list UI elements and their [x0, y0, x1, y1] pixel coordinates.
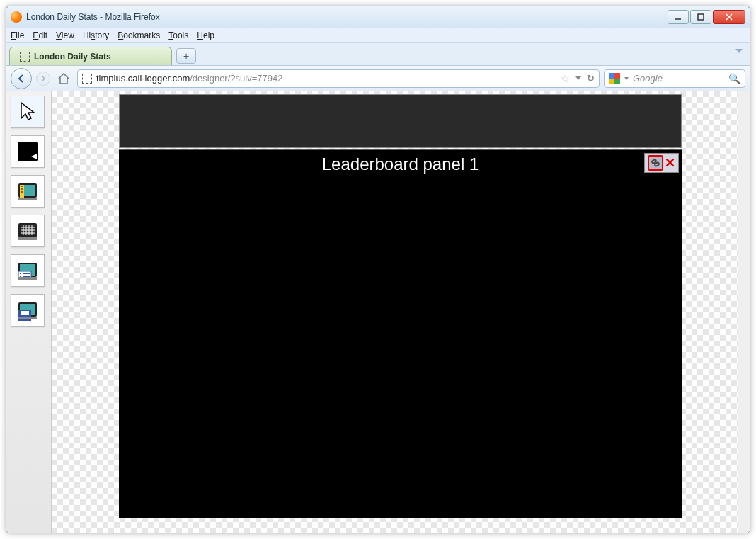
menu-history[interactable]: History [83, 30, 109, 40]
url-dropdown-icon[interactable] [575, 76, 581, 80]
tabs-dropdown-icon[interactable] [735, 49, 743, 53]
tabstrip: London Daily Stats + [6, 43, 750, 66]
svg-rect-30 [18, 277, 37, 280]
panel-header-area[interactable] [119, 94, 682, 148]
design-canvas[interactable]: Leaderboard panel 1 ✕ [52, 91, 750, 533]
panel-title: Leaderboard panel 1 [119, 150, 682, 174]
tab-label: London Daily Stats [34, 52, 111, 62]
firefox-window: London Daily Stats - Mozilla Firefox Fil… [6, 6, 750, 533]
panel-controls: ✕ [644, 153, 679, 173]
tool-sidebar [6, 91, 52, 533]
svg-rect-27 [23, 273, 30, 274]
urlbar-site-icon [82, 74, 92, 84]
run-tool[interactable] [11, 135, 45, 168]
menu-edit[interactable]: Edit [33, 30, 47, 40]
leaderboard-panel[interactable]: Leaderboard panel 1 ✕ [119, 149, 682, 518]
home-button[interactable] [55, 69, 73, 88]
svg-rect-36 [18, 317, 37, 319]
minimize-button[interactable] [668, 10, 689, 24]
svg-rect-4 [18, 142, 38, 161]
menubar: File Edit View History Bookmarks Tools H… [6, 28, 750, 43]
window-controls [668, 10, 745, 24]
menu-help[interactable]: Help [197, 30, 214, 40]
google-icon [609, 73, 620, 84]
urlbar-right: ☆ ↻ [561, 73, 595, 84]
svg-rect-34 [21, 311, 29, 315]
svg-rect-26 [20, 273, 21, 274]
vertical-scrollbar[interactable] [738, 91, 750, 533]
panel-properties-button[interactable] [648, 155, 663, 171]
titlebar: London Daily Stats - Mozilla Firefox [6, 6, 750, 28]
url-text: timplus.call-logger.com/designer/?suiv=7… [96, 73, 556, 84]
content-area: Leaderboard panel 1 ✕ [6, 91, 750, 533]
menu-file[interactable]: File [11, 30, 24, 40]
svg-rect-22 [18, 237, 37, 240]
pointer-tool[interactable] [11, 96, 45, 128]
firefox-icon [11, 11, 22, 23]
navbar: timplus.call-logger.com/designer/?suiv=7… [6, 66, 750, 91]
window-title: London Daily Stats - Mozilla Firefox [26, 12, 668, 22]
panel-close-button[interactable]: ✕ [665, 157, 675, 169]
back-button[interactable] [11, 68, 32, 89]
svg-rect-12 [18, 198, 37, 200]
svg-rect-29 [23, 276, 30, 277]
menu-tools[interactable]: Tools [168, 30, 188, 40]
new-tab-button[interactable]: + [176, 48, 196, 64]
search-placeholder: Google [633, 73, 724, 84]
svg-rect-1 [698, 14, 704, 20]
ruler-tool[interactable] [11, 175, 45, 208]
maximize-button[interactable] [690, 10, 711, 24]
url-bar[interactable]: timplus.call-logger.com/designer/?suiv=7… [77, 69, 600, 88]
search-engine-dropdown-icon[interactable] [624, 77, 629, 80]
menu-view[interactable]: View [56, 30, 74, 40]
bookmark-star-icon[interactable]: ☆ [561, 73, 570, 84]
menu-bookmarks[interactable]: Bookmarks [118, 30, 160, 40]
svg-rect-28 [20, 276, 21, 277]
tab-london-daily-stats[interactable]: London Daily Stats [9, 47, 172, 65]
grid-tool[interactable] [11, 215, 45, 247]
search-icon[interactable]: 🔍 [728, 73, 740, 84]
site-icon [20, 52, 30, 62]
save-tool[interactable] [11, 294, 45, 327]
forward-button[interactable] [36, 72, 50, 86]
reload-icon[interactable]: ↻ [587, 73, 595, 84]
list-tool[interactable] [11, 254, 45, 287]
close-window-button[interactable] [713, 10, 745, 24]
search-box[interactable]: Google 🔍 [604, 69, 745, 88]
